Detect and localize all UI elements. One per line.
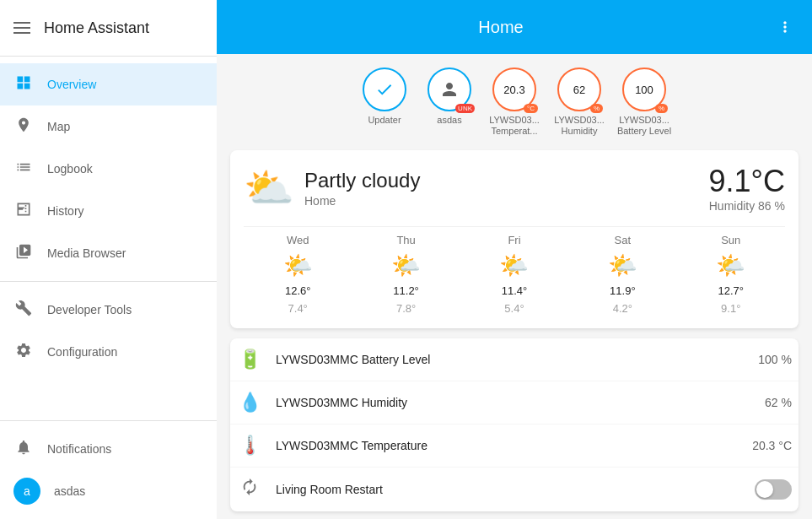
forecast-sat: Sat 🌤️ 11.9° 4.2° (608, 234, 637, 315)
sidebar-item-developer-tools[interactable]: Developer Tools (0, 289, 217, 331)
badge-updater[interactable]: Updater (358, 68, 412, 126)
forecast-fri-icon: 🌤️ (499, 251, 529, 279)
sidebar: Home Assistant Overview Map Logbook (0, 0, 217, 519)
sidebar-item-developer-tools-label: Developer Tools (47, 303, 132, 316)
forecast-sun: Sun 🌤️ 12.7° 9.1° (716, 234, 745, 315)
badge-asdas[interactable]: UNK asdas (422, 68, 477, 126)
sidebar-item-logbook-label: Logbook (47, 162, 93, 176)
sidebar-item-configuration-label: Configuration (47, 345, 117, 359)
badge-lywsd-humidity-circle: 62 % (557, 68, 601, 111)
forecast-sat-low: 4.2° (613, 302, 632, 315)
forecast-thu-low: 7.8° (396, 302, 416, 315)
badge-lywsd-battery-circle: 100 % (622, 68, 666, 111)
forecast-thu-icon: 🌤️ (391, 251, 421, 279)
configuration-icon (13, 342, 34, 363)
sidebar-bottom: Notifications a asdas (0, 420, 217, 519)
badge-updater-label: Updater (368, 115, 401, 126)
developer-tools-icon (13, 300, 34, 321)
user-avatar: a (13, 478, 40, 505)
forecast-sun-day: Sun (721, 234, 740, 246)
badge-lywsd-battery[interactable]: 100 % LYWSD03... Battery Level (617, 68, 672, 137)
forecast-wed-high: 12.6° (285, 284, 311, 297)
weather-card: ⛅ Partly cloudy Home 9.1°C Humidity 86 %… (230, 150, 799, 328)
weather-info: Partly cloudy Home (304, 169, 420, 208)
app-title: Home Assistant (44, 19, 149, 37)
weather-header: ⛅ Partly cloudy Home 9.1°C Humidity 86 % (244, 164, 785, 213)
sidebar-item-history[interactable]: History (0, 190, 217, 232)
forecast-thu: Thu 🌤️ 11.2° 7.8° (391, 234, 421, 315)
sidebar-item-overview[interactable]: Overview (0, 63, 217, 105)
badge-asdas-circle: UNK (428, 68, 471, 111)
badge-lywsd-temp[interactable]: 20.3 °C LYWSD03... Temperat... (487, 68, 542, 137)
restart-icon (237, 478, 262, 501)
entity-restart-toggle[interactable] (755, 479, 792, 500)
media-browser-icon (13, 243, 34, 264)
forecast-wed-day: Wed (287, 234, 309, 246)
entity-restart-name: Living Room Restart (276, 483, 741, 496)
sidebar-header: Home Assistant (0, 0, 217, 57)
entity-temperature-value: 20.3 °C (752, 439, 792, 452)
entities-card: 🔋 LYWSD03MMC Battery Level 100 % 💧 LYWSD… (230, 338, 799, 511)
weather-temperature: 9.1°C (709, 164, 785, 199)
topbar: Home (217, 0, 812, 54)
overview-icon (13, 74, 34, 95)
weather-left: ⛅ Partly cloudy Home (244, 165, 420, 212)
map-icon (13, 116, 34, 138)
battery-icon: 🔋 (237, 349, 262, 370)
topbar-title: Home (230, 18, 772, 37)
entity-battery[interactable]: 🔋 LYWSD03MMC Battery Level 100 % (230, 338, 799, 381)
forecast-thu-day: Thu (396, 234, 415, 246)
sidebar-item-media-browser[interactable]: Media Browser (0, 232, 217, 274)
sidebar-item-history-label: History (47, 204, 84, 218)
badge-asdas-label: asdas (437, 115, 461, 126)
forecast-sat-high: 11.9° (610, 284, 636, 297)
notifications-icon (13, 439, 34, 460)
badge-lywsd-humidity[interactable]: 62 % LYWSD03... Humidity (552, 68, 607, 137)
topbar-menu-button[interactable] (772, 14, 799, 41)
sidebar-item-notifications-label: Notifications (47, 442, 111, 456)
entity-restart[interactable]: Living Room Restart (230, 468, 799, 511)
badge-lywsd-humidity-label: LYWSD03... Humidity (552, 115, 607, 137)
badge-lywsd-temp-circle: 20.3 °C (492, 68, 536, 111)
weather-location: Home (304, 194, 420, 208)
entity-humidity[interactable]: 💧 LYWSD03MMC Humidity 62 % (230, 381, 799, 424)
entity-battery-name: LYWSD03MMC Battery Level (276, 353, 745, 366)
forecast-fri-low: 5.4° (504, 302, 524, 315)
weather-humidity: Humidity 86 % (709, 199, 785, 213)
content-area: Updater UNK asdas 20.3 °C LYWSD03... Tem… (217, 54, 812, 519)
badge-lywsd-battery-label: LYWSD03... Battery Level (617, 115, 672, 137)
main-content: Home Updater UNK asdas (217, 0, 812, 519)
entity-temperature[interactable]: 🌡️ LYWSD03MMC Temperature 20.3 °C (230, 424, 799, 468)
sidebar-divider (0, 281, 217, 282)
forecast-sat-icon: 🌤️ (608, 251, 637, 279)
entity-humidity-value: 62 % (765, 396, 792, 409)
weather-icon: ⛅ (244, 165, 294, 212)
sidebar-item-map[interactable]: Map (0, 105, 217, 148)
sidebar-item-configuration[interactable]: Configuration (0, 331, 217, 373)
sidebar-item-notifications[interactable]: Notifications (0, 428, 217, 470)
sidebar-item-logbook[interactable]: Logbook (0, 148, 217, 190)
forecast-sun-high: 12.7° (718, 284, 744, 297)
forecast-sun-low: 9.1° (721, 302, 740, 315)
weather-right: 9.1°C Humidity 86 % (709, 164, 785, 213)
forecast-fri-high: 11.4° (502, 284, 528, 297)
humidity-icon: 💧 (237, 392, 262, 414)
forecast-fri-day: Fri (508, 234, 520, 246)
badges-row: Updater UNK asdas 20.3 °C LYWSD03... Tem… (230, 68, 799, 137)
forecast-wed-low: 7.4° (288, 302, 308, 315)
sidebar-item-user-label: asdas (54, 484, 85, 498)
forecast-sun-icon: 🌤️ (716, 251, 745, 279)
entity-humidity-name: LYWSD03MMC Humidity (276, 396, 751, 409)
sidebar-item-map-label: Map (47, 120, 70, 133)
hamburger-icon[interactable] (13, 22, 30, 34)
badge-updater-circle (363, 68, 406, 111)
sidebar-item-user[interactable]: a asdas (0, 470, 217, 512)
temperature-icon: 🌡️ (237, 435, 262, 457)
forecast-wed: Wed 🌤️ 12.6° 7.4° (283, 234, 313, 315)
logbook-icon (13, 159, 34, 180)
entity-battery-value: 100 % (758, 353, 792, 366)
forecast-wed-icon: 🌤️ (283, 251, 313, 279)
sidebar-nav: Overview Map Logbook History (0, 57, 217, 420)
sidebar-item-overview-label: Overview (47, 78, 96, 91)
weather-condition: Partly cloudy (304, 169, 420, 192)
